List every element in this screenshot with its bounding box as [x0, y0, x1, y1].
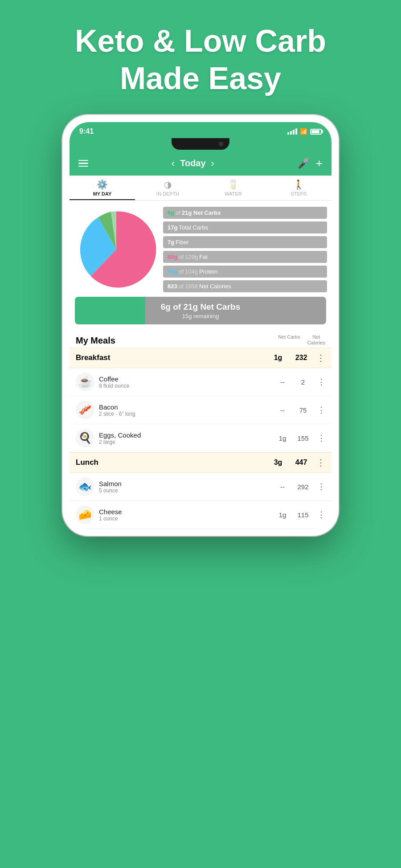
net-carbs-progress-container: 6g of 21g Net Carbs 15g remaining — [75, 297, 326, 324]
app-header: ‹ Today › 🎤 + — [70, 152, 331, 176]
tab-steps-icon: 🚶 — [293, 179, 304, 190]
coffee-details[interactable]: Coffee 8 fluid ounce — [99, 375, 270, 389]
coffee-icon: ☕ — [76, 373, 94, 391]
status-time: 9:41 — [79, 127, 94, 135]
meals-col-headers: Net Carbs NetCalories — [278, 334, 325, 346]
salmon-details[interactable]: Salmon 5 ounce — [99, 480, 270, 494]
salmon-name: Salmon — [99, 480, 270, 487]
phone-wrapper: 9:41 📶 — [0, 115, 401, 536]
bacon-icon: 🥓 — [76, 401, 94, 419]
eggs-carbs: 1g — [274, 434, 291, 442]
tab-steps-label: STEPS — [291, 191, 307, 197]
salmon-more[interactable]: ⋮ — [315, 482, 325, 491]
breakfast-label: Breakfast — [76, 353, 110, 362]
food-item-eggs: 🍳 Eggs, Cooked 2 large 1g 155 ⋮ — [70, 424, 331, 452]
salmon-calories: 292 — [295, 483, 311, 491]
tab-my-day-label: MY DAY — [93, 191, 112, 197]
stat-total-carbs: 17g Total Carbs — [163, 221, 327, 233]
lunch-group-header: Lunch 3g 447 ⋮ — [70, 452, 331, 473]
pie-chart-container — [74, 207, 159, 292]
coffee-name: Coffee — [99, 375, 270, 383]
cheese-details[interactable]: Cheese 1 ounce — [99, 508, 270, 522]
col-net-carbs: Net Carbs — [278, 334, 300, 346]
col-net-calories: NetCalories — [307, 334, 325, 346]
mic-icon[interactable]: 🎤 — [298, 158, 310, 169]
eggs-name: Eggs, Cooked — [99, 431, 270, 439]
lunch-label: Lunch — [76, 458, 98, 467]
status-icons: 📶 — [287, 128, 322, 135]
status-bar: 9:41 📶 — [70, 122, 331, 138]
phone-frame: 9:41 📶 — [62, 115, 339, 536]
stat-net-carbs: 6g of 21g Net Carbs — [163, 207, 327, 219]
bacon-calories: 75 — [295, 406, 311, 414]
tab-in-depth-icon: ◑ — [164, 179, 172, 190]
cheese-icon: 🧀 — [76, 505, 94, 524]
lunch-values: 3g 447 ⋮ — [270, 457, 325, 468]
breakfast-carbs: 1g — [270, 354, 286, 362]
bacon-details[interactable]: Bacon 2 slice - 6" long — [99, 403, 270, 417]
signal-icon — [287, 128, 297, 135]
tab-my-day[interactable]: ⚙️ MY DAY — [70, 176, 135, 200]
breakfast-more[interactable]: ⋮ — [316, 352, 325, 363]
stat-fiber: 7g Fiber — [163, 236, 327, 248]
tab-in-depth-label: IN DEPTH — [156, 191, 179, 197]
lunch-carbs: 3g — [270, 459, 286, 467]
meals-title: My Meals — [76, 336, 115, 346]
breakfast-group-header: Breakfast 1g 232 ⋮ — [70, 348, 331, 368]
battery-icon — [310, 129, 322, 135]
header-actions: 🎤 + — [298, 156, 323, 170]
salmon-serving: 5 ounce — [99, 487, 270, 494]
bacon-serving: 2 slice - 6" long — [99, 411, 270, 417]
stat-fat: 60g of 129g Fat — [163, 251, 327, 263]
bacon-carbs: -- — [274, 406, 291, 414]
tab-steps[interactable]: 🚶 STEPS — [266, 176, 331, 200]
eggs-calories: 155 — [295, 434, 311, 442]
tab-bar: ⚙️ MY DAY ◑ IN DEPTH 🥛 WATER 🚶 STEPS — [70, 176, 331, 201]
camera-dot — [219, 142, 223, 146]
tab-water-icon: 🥛 — [228, 179, 239, 190]
cheese-calories: 115 — [295, 511, 311, 519]
salmon-icon: 🐟 — [76, 477, 94, 496]
prev-arrow[interactable]: ‹ — [172, 158, 175, 169]
lunch-more[interactable]: ⋮ — [316, 457, 325, 468]
notch — [172, 138, 229, 150]
coffee-calories: 2 — [295, 378, 311, 386]
tab-water[interactable]: 🥛 WATER — [200, 176, 266, 200]
eggs-details[interactable]: Eggs, Cooked 2 large — [99, 431, 270, 445]
eggs-icon: 🍳 — [76, 429, 94, 447]
food-item-coffee: ☕ Coffee 8 fluid ounce -- 2 ⋮ — [70, 368, 331, 396]
header-title: Today — [180, 158, 205, 168]
breakfast-values: 1g 232 ⋮ — [270, 352, 325, 363]
coffee-carbs: -- — [274, 378, 291, 386]
net-carbs-text: 6g of 21g Net Carbs 15g remaining — [161, 302, 240, 319]
bacon-name: Bacon — [99, 403, 270, 411]
lunch-calories: 447 — [293, 459, 309, 467]
cheese-more[interactable]: ⋮ — [315, 510, 325, 520]
wifi-icon: 📶 — [300, 128, 307, 135]
salmon-carbs: -- — [274, 483, 291, 491]
tab-in-depth[interactable]: ◑ IN DEPTH — [135, 176, 200, 200]
coffee-more[interactable]: ⋮ — [315, 377, 325, 387]
hero-title: Keto & Low Carb Made Easy — [36, 22, 365, 97]
hero-section: Keto & Low Carb Made Easy — [0, 0, 401, 111]
net-carbs-main-text: 6g of 21g Net Carbs — [161, 302, 240, 313]
nutrition-summary: 6g of 21g Net Carbs 17g Total Carbs 7g F… — [70, 201, 331, 297]
food-item-salmon: 🐟 Salmon 5 ounce -- 292 ⋮ — [70, 473, 331, 501]
net-carbs-consumed: 6g — [168, 209, 174, 216]
breakfast-calories: 232 — [293, 354, 309, 362]
stat-calories: 823 of 1658 Net Calories — [163, 280, 327, 292]
next-arrow[interactable]: › — [211, 158, 214, 169]
bacon-more[interactable]: ⋮ — [315, 405, 325, 415]
nutrition-stats: 6g of 21g Net Carbs 17g Total Carbs 7g F… — [163, 207, 327, 292]
net-carbs-remaining: 15g remaining — [161, 313, 240, 319]
stat-protein: 58g of 104g Protein — [163, 266, 327, 278]
eggs-more[interactable]: ⋮ — [315, 433, 325, 443]
plus-icon[interactable]: + — [316, 156, 323, 170]
tab-water-label: WATER — [225, 191, 242, 197]
coffee-serving: 8 fluid ounce — [99, 383, 270, 389]
phone-screen: 9:41 📶 — [70, 122, 331, 529]
cheese-name: Cheese — [99, 508, 270, 516]
food-item-bacon: 🥓 Bacon 2 slice - 6" long -- 75 ⋮ — [70, 396, 331, 424]
eggs-serving: 2 large — [99, 439, 270, 445]
hamburger-icon[interactable] — [78, 160, 88, 167]
